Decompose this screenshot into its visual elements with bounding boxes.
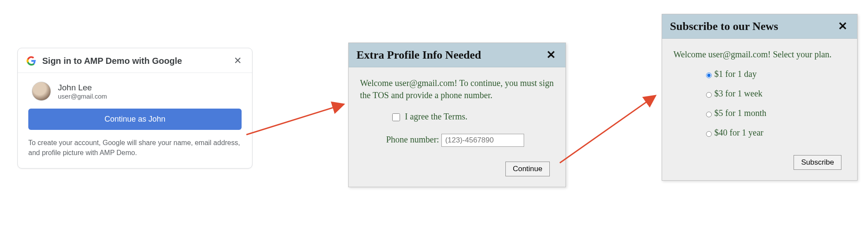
continue-as-button[interactable]: Continue as John [28, 109, 242, 130]
google-user-info: John Lee user@gmail.com [58, 83, 107, 100]
close-icon[interactable]: ✕ [836, 20, 849, 33]
plan-list: $1 for 1 day$3 for 1 week$5 for 1 month$… [673, 69, 846, 138]
user-email: user@gmail.com [58, 93, 107, 100]
dialog-body: Welcome user@gmail.com! Select your plan… [662, 39, 857, 180]
dialog-body: Welcome user@gmail.com! To continue, you… [349, 67, 565, 187]
profile-info-dialog: Extra Profile Info Needed ✕ Welcome user… [348, 43, 566, 187]
avatar [32, 82, 51, 101]
phone-input[interactable] [441, 134, 524, 147]
button-row: Continue [360, 162, 554, 176]
plan-option[interactable]: $40 for 1 year [704, 128, 846, 138]
plan-option[interactable]: $3 for 1 week [704, 89, 846, 99]
dialog-title: Extra Profile Info Needed [357, 49, 545, 62]
plan-label: $3 for 1 week [714, 89, 763, 98]
plan-radio[interactable] [706, 112, 712, 117]
button-row: Subscribe [673, 155, 846, 170]
plan-label-wrapper[interactable]: $40 for 1 year [704, 128, 764, 137]
plan-label-wrapper[interactable]: $5 for 1 month [704, 108, 766, 118]
phone-row: Phone number: [360, 134, 554, 147]
close-icon[interactable]: ✕ [232, 55, 243, 66]
plan-option[interactable]: $5 for 1 month [704, 108, 846, 118]
arrow-2 [560, 96, 656, 163]
tos-checkbox[interactable] [392, 113, 400, 121]
google-card-title: Sign in to AMP Demo with Google [42, 56, 232, 66]
plan-label: $1 for 1 day [714, 69, 757, 79]
continue-button[interactable]: Continue [505, 162, 550, 176]
google-logo-icon [27, 56, 36, 66]
google-card-body: John Lee user@gmail.com Continue as John… [18, 73, 252, 168]
google-user-row: John Lee user@gmail.com [28, 82, 242, 101]
plan-radio[interactable] [706, 73, 712, 78]
tos-label-wrapper[interactable]: I agree the Terms. [390, 112, 468, 121]
dialog-title: Subscribe to our News [670, 20, 836, 33]
subscribe-dialog: Subscribe to our News ✕ Welcome user@gma… [662, 14, 858, 181]
google-card-header: Sign in to AMP Demo with Google ✕ [18, 48, 252, 73]
plan-label: $5 for 1 month [714, 108, 766, 118]
plan-label-wrapper[interactable]: $3 for 1 week [704, 89, 763, 98]
plan-label-wrapper[interactable]: $1 for 1 day [704, 69, 757, 79]
dialog-header: Subscribe to our News ✕ [662, 14, 857, 39]
plan-radio[interactable] [706, 131, 712, 137]
welcome-text: Welcome user@gmail.com! Select your plan… [673, 48, 846, 60]
close-icon[interactable]: ✕ [545, 48, 558, 62]
disclaimer-text: To create your account, Google will shar… [28, 138, 242, 158]
tos-label: I agree the Terms. [405, 112, 468, 121]
arrow-1 [246, 104, 344, 135]
welcome-text: Welcome user@gmail.com! To continue, you… [360, 77, 554, 101]
plan-option[interactable]: $1 for 1 day [704, 69, 846, 79]
plan-label: $40 for 1 year [714, 128, 764, 137]
tos-row: I agree the Terms. [360, 112, 554, 122]
dialog-header: Extra Profile Info Needed ✕ [349, 43, 565, 67]
user-name: John Lee [58, 83, 107, 93]
plan-radio[interactable] [706, 92, 712, 98]
subscribe-button[interactable]: Subscribe [794, 155, 841, 170]
google-signin-card: Sign in to AMP Demo with Google ✕ John L… [17, 48, 252, 169]
phone-label: Phone number: [386, 135, 439, 144]
